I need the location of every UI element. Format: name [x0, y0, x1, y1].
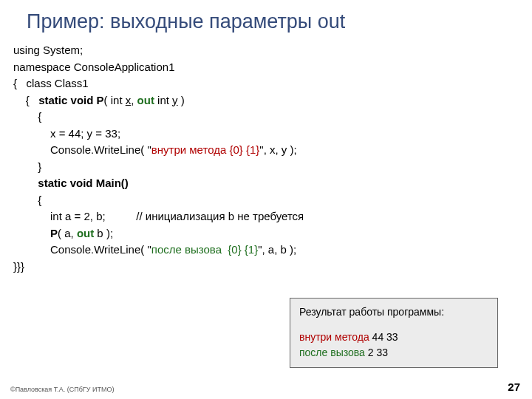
code-line: Console.WriteLine( "внутри метода {0} {1… [13, 142, 519, 159]
out-keyword: out [137, 94, 154, 106]
code-line: Console.WriteLine( "после вызова {0} {1}… [13, 242, 519, 259]
code-line: { [13, 192, 519, 209]
code-line: using System; [13, 42, 519, 59]
result-title: Результат работы программы: [299, 304, 490, 319]
code-line: { [13, 109, 519, 126]
result-line: после вызова 2 33 [299, 345, 490, 360]
code-line: }}} [13, 259, 519, 276]
code-line: { class Class1 [13, 75, 519, 92]
code-line: x = 44; y = 33; [13, 126, 519, 143]
code-line: } [13, 159, 519, 176]
slide-title: Пример: выходные параметры out [0, 0, 532, 39]
out-keyword: out [77, 227, 94, 239]
string-literal: после вызова {0} {1} [151, 243, 258, 256]
code-line: { static void P( int x, out int y ) [13, 92, 519, 109]
string-literal: внутри метода {0} {1} [151, 143, 260, 156]
result-box: Результат работы программы: внутри метод… [290, 298, 498, 368]
code-block: using System; namespace ConsoleApplicati… [0, 39, 532, 275]
code-line: P( a, out b ); [13, 225, 519, 242]
code-line: namespace ConsoleApplication1 [13, 59, 519, 76]
footer-text: ©Павловская Т.А. (СПбГУ ИТМО) [10, 386, 114, 393]
result-line: внутри метода 44 33 [299, 330, 490, 344]
page-number: 27 [508, 381, 520, 393]
code-line: static void Main() [13, 175, 519, 192]
code-line: int a = 2, b; // инициализация b не треб… [13, 208, 519, 225]
slide: Пример: выходные параметры out using Sys… [0, 0, 532, 399]
